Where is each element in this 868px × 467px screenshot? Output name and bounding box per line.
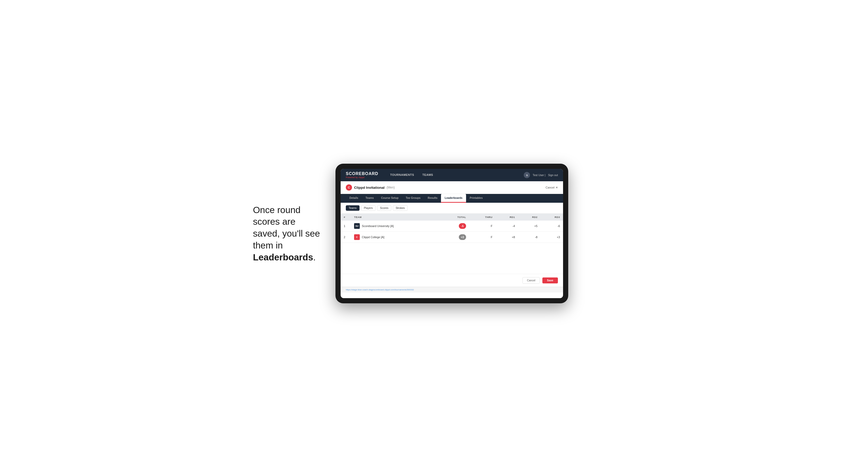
rank-2: 2 [341,232,351,243]
table-row: 2 C Clippd College [A] +3 [341,232,563,243]
col-team: TEAM [351,214,440,221]
app-container: SCOREBOARD Powered by clippd TOURNAMENTS… [341,169,563,298]
nav-teams[interactable]: TEAMS [418,169,437,181]
total-cell-1: -5 [440,221,469,232]
rank-1: 1 [341,221,351,232]
team-cell-1: SU Scoreboard University [A] [351,221,440,232]
instructional-text: Once round scores are saved, you'll see … [253,204,320,263]
tab-details[interactable]: Details [346,194,362,203]
col-rd1: RD1 [496,214,518,221]
col-total: TOTAL [440,214,469,221]
team-name-1: Scoreboard University [A] [362,224,394,227]
sub-tabs: Details Teams Course Setup Tee Groups Re… [341,194,563,203]
url-text: https://stage-blue-coach.stagescoreboard… [346,288,414,291]
score-badge-1: -5 [459,223,466,229]
tablet-device: SCOREBOARD Powered by clippd TOURNAMENTS… [336,164,568,303]
app-footer: Cancel Save [341,274,563,287]
tournament-title-area: C Clippd Invitational (Men) [346,184,395,191]
tab-course-setup[interactable]: Course Setup [377,194,402,203]
rd1-1: -4 [496,221,518,232]
navbar: SCOREBOARD Powered by clippd TOURNAMENTS… [341,169,563,181]
tab-results[interactable]: Results [424,194,441,203]
nav-tournaments[interactable]: TOURNAMENTS [386,169,418,181]
filter-bar: Teams Players Scores Strokes [341,203,563,214]
content-spacer [341,243,563,274]
logo-text: SCOREBOARD [346,172,378,176]
text-line-1: Once round [253,205,301,215]
col-rank: # [341,214,351,221]
team-logo-1: SU [354,223,360,229]
text-line-5-bold: Leaderboards [253,252,313,262]
tournament-gender: (Men) [387,186,395,189]
col-thru: THRU [469,214,496,221]
tournament-header: C Clippd Invitational (Men) Cancel ✕ [341,181,563,194]
score-badge-2: +3 [459,234,466,240]
save-button[interactable]: Save [542,277,558,283]
team-cell-2: C Clippd College [A] [351,232,440,243]
text-line-4: them in [253,240,283,250]
filter-strokes[interactable]: Strokes [393,205,408,211]
tournament-icon: C [346,184,352,191]
logo-area: SCOREBOARD Powered by clippd [346,172,378,179]
team-logo-2: C [354,234,360,240]
tab-tee-groups[interactable]: Tee Groups [402,194,424,203]
rd3-2: +3 [540,232,563,243]
rd2-2: -8 [518,232,540,243]
nav-links: TOURNAMENTS TEAMS [386,169,524,181]
user-avatar: S [524,172,530,178]
thru-2: F [469,232,496,243]
tab-leaderboards[interactable]: Leaderboards [441,194,466,203]
team-name-2: Clippd College [A] [362,236,384,239]
nav-right: S Test User | Sign out [524,172,558,178]
tab-printables[interactable]: Printables [466,194,486,203]
thru-1: F [469,221,496,232]
filter-players[interactable]: Players [361,205,376,211]
col-rd2: RD2 [518,214,540,221]
leaderboard-table: # TEAM TOTAL THRU RD1 RD2 RD3 1 [341,214,563,243]
text-line-2: scores are [253,216,296,226]
text-line-3: saved, you'll see [253,228,320,239]
cancel-button[interactable]: Cancel [523,277,539,284]
logo-sub: Powered by clippd [346,176,378,179]
rd3-1: -6 [540,221,563,232]
filter-teams[interactable]: Teams [346,205,360,211]
tablet-screen: SCOREBOARD Powered by clippd TOURNAMENTS… [341,169,563,298]
table-header-row: # TEAM TOTAL THRU RD1 RD2 RD3 [341,214,563,221]
col-rd3: RD3 [540,214,563,221]
url-bar: https://stage-blue-coach.stagescoreboard… [341,287,563,292]
logo-brand: clippd [359,176,365,179]
tournament-name: Clippd Invitational [354,186,384,190]
tournament-cancel-link[interactable]: Cancel ✕ [546,186,558,189]
total-cell-2: +3 [440,232,469,243]
rd2-1: +5 [518,221,540,232]
rd1-2: +8 [496,232,518,243]
sign-out-link[interactable]: Sign out [548,174,558,177]
user-name: Test User | [532,174,545,177]
table-row: 1 SU Scoreboard University [A] [341,221,563,232]
filter-scores[interactable]: Scores [377,205,391,211]
tab-teams[interactable]: Teams [362,194,377,203]
